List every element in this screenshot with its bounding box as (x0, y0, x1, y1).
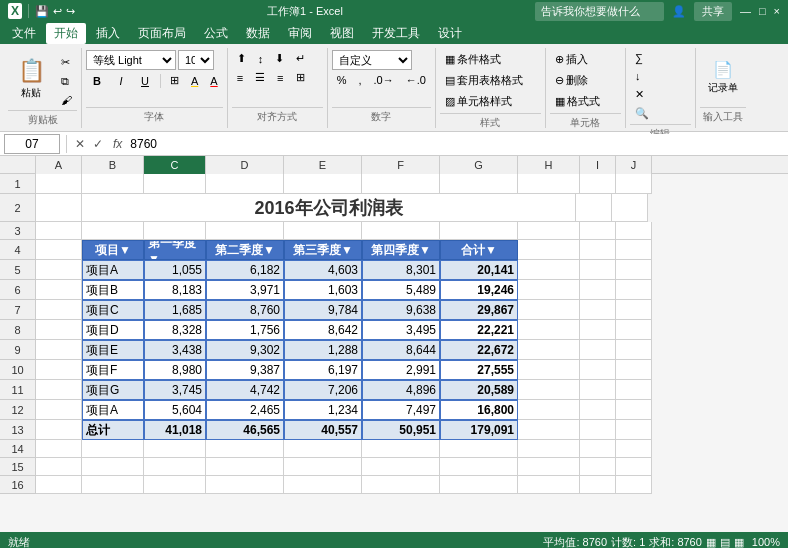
cell-data-8-4[interactable]: 3,495 (362, 320, 440, 340)
quick-access-undo-icon[interactable]: ↩ (53, 5, 62, 18)
find-button[interactable]: 🔍 (630, 105, 691, 122)
row-header-6[interactable]: 6 (0, 280, 36, 300)
cell-extra-9-1[interactable] (580, 340, 616, 360)
table-format-button[interactable]: ▤套用表格格式 (440, 71, 541, 90)
cell-extra-6-2[interactable] (616, 280, 652, 300)
cell-reference-input[interactable] (4, 134, 60, 154)
cell-h1[interactable] (518, 174, 580, 194)
row-header-14[interactable]: 14 (0, 440, 36, 458)
page-break-icon[interactable]: ▦ (734, 536, 744, 549)
cell-f3[interactable] (362, 222, 440, 240)
col-header-f[interactable]: F (362, 156, 440, 174)
menu-design[interactable]: 设计 (430, 23, 470, 44)
cell-style-button[interactable]: ▨单元格样式 (440, 92, 541, 111)
cell-a-5[interactable] (36, 260, 82, 280)
formula-input[interactable] (130, 134, 784, 154)
cell-a2[interactable] (36, 194, 82, 222)
cell-data-5-2[interactable]: 6,182 (206, 260, 284, 280)
cell-extra-10-2[interactable] (616, 360, 652, 380)
cell-a-9[interactable] (36, 340, 82, 360)
col-header-a[interactable]: A (36, 156, 82, 174)
cell-d3[interactable] (206, 222, 284, 240)
cell-b-6[interactable]: 项目B (82, 280, 144, 300)
menu-formulas[interactable]: 公式 (196, 23, 236, 44)
merge-center-button[interactable]: ⊞ (291, 69, 310, 86)
wrap-text-button[interactable]: ↵ (291, 50, 310, 67)
cell-extra-9-0[interactable] (518, 340, 580, 360)
cell-b1[interactable] (82, 174, 144, 194)
normal-view-icon[interactable]: ▦ (706, 536, 716, 549)
cell-data-10-4[interactable]: 2,991 (362, 360, 440, 380)
row-header-10[interactable]: 10 (0, 360, 36, 380)
cell-extra-11-2[interactable] (616, 380, 652, 400)
cell-i3[interactable] (580, 222, 616, 240)
maximize-button[interactable]: □ (759, 5, 766, 17)
table-header-q2[interactable]: 第二季度▼ (206, 240, 284, 260)
row-header-15[interactable]: 15 (0, 458, 36, 476)
row-header-4[interactable]: 4 (0, 240, 36, 260)
font-color-button[interactable]: A (205, 73, 222, 89)
cell-data-6-1[interactable]: 8,183 (144, 280, 206, 300)
cell-i4[interactable] (580, 240, 616, 260)
format-button[interactable]: ▦格式式 (550, 92, 621, 111)
cell-total-10[interactable]: 27,555 (440, 360, 518, 380)
cell-data-8-1[interactable]: 8,328 (144, 320, 206, 340)
cell-data-7-1[interactable]: 1,685 (144, 300, 206, 320)
cell-extra-6-1[interactable] (580, 280, 616, 300)
row-header-13[interactable]: 13 (0, 420, 36, 440)
cell-f1[interactable] (362, 174, 440, 194)
cell-total-6[interactable]: 19,246 (440, 280, 518, 300)
align-left-button[interactable]: ≡ (232, 70, 248, 86)
table-header-q3[interactable]: 第三季度▼ (284, 240, 362, 260)
cell-j3[interactable] (616, 222, 652, 240)
clear-button[interactable]: ✕ (630, 86, 691, 103)
italic-button[interactable]: I (110, 73, 132, 89)
paste-button[interactable]: 📋 粘贴 (8, 50, 54, 108)
conditional-format-button[interactable]: ▦条件格式 (440, 50, 541, 69)
row-header-5[interactable]: 5 (0, 260, 36, 280)
autosum-button[interactable]: ∑ (630, 50, 691, 66)
cell-total-7[interactable]: 29,867 (440, 300, 518, 320)
cell-j1[interactable] (616, 174, 652, 194)
row-header-1[interactable]: 1 (0, 174, 36, 194)
cell-a-6[interactable] (36, 280, 82, 300)
cell-b-10[interactable]: 项目F (82, 360, 144, 380)
cell-data-5-3[interactable]: 4,603 (284, 260, 362, 280)
cell-total-12[interactable]: 16,800 (440, 400, 518, 420)
cell-g3[interactable] (440, 222, 518, 240)
minimize-button[interactable]: — (740, 5, 751, 17)
share-button[interactable]: 共享 (694, 2, 732, 21)
cell-extra-11-1[interactable] (580, 380, 616, 400)
cell-c1[interactable] (144, 174, 206, 194)
close-button[interactable]: × (774, 5, 780, 17)
total-label[interactable]: 总计 (82, 420, 144, 440)
cell-data-5-1[interactable]: 1,055 (144, 260, 206, 280)
cell-a-8[interactable] (36, 320, 82, 340)
total-q1[interactable]: 41,018 (144, 420, 206, 440)
cell-total-8[interactable]: 22,221 (440, 320, 518, 340)
cell-data-7-3[interactable]: 9,784 (284, 300, 362, 320)
cell-extra-7-1[interactable] (580, 300, 616, 320)
cell-extra-10-1[interactable] (580, 360, 616, 380)
cell-extra-10-0[interactable] (518, 360, 580, 380)
underline-button[interactable]: U (134, 73, 156, 89)
cell-data-12-1[interactable]: 5,604 (144, 400, 206, 420)
cell-a1[interactable] (36, 174, 82, 194)
cell-data-9-3[interactable]: 1,288 (284, 340, 362, 360)
cell-extra-12-2[interactable] (616, 400, 652, 420)
inc-decimal-button[interactable]: .0→ (369, 72, 399, 88)
confirm-icon[interactable]: ✓ (91, 137, 105, 151)
cell-d1[interactable] (206, 174, 284, 194)
row-header-3[interactable]: 3 (0, 222, 36, 240)
row-header-11[interactable]: 11 (0, 380, 36, 400)
cell-data-6-2[interactable]: 3,971 (206, 280, 284, 300)
cell-h4[interactable] (518, 240, 580, 260)
cell-extra-5-2[interactable] (616, 260, 652, 280)
cell-a3[interactable] (36, 222, 82, 240)
table-title-cell[interactable]: 2016年公司利润表 (82, 194, 576, 222)
insert-button[interactable]: ⊕插入 (550, 50, 621, 69)
menu-developer[interactable]: 开发工具 (364, 23, 428, 44)
format-painter-button[interactable]: 🖌 (56, 92, 77, 108)
col-header-j[interactable]: J (616, 156, 652, 174)
cell-data-9-1[interactable]: 3,438 (144, 340, 206, 360)
